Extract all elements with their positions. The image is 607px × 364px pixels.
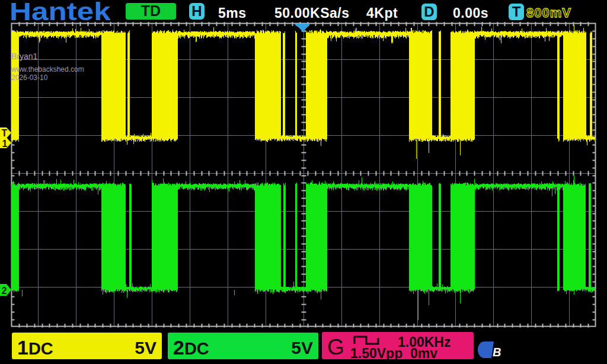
svg-text:T: T (2, 128, 8, 138)
svg-text:B: B (493, 346, 501, 359)
svg-text:1: 1 (2, 139, 8, 149)
svg-text:2: 2 (2, 286, 7, 296)
